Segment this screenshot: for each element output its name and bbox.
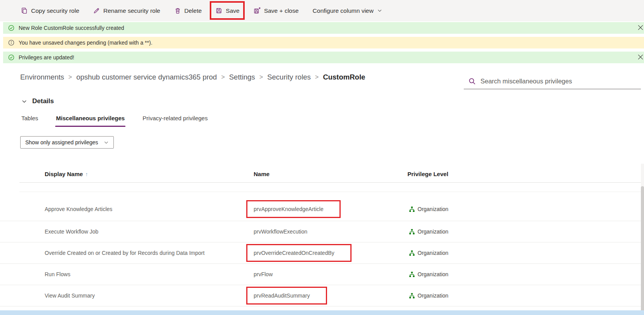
breadcrumb-separator: > [259,74,263,81]
chevron-down-icon [21,99,27,104]
cell-display-name: Approve Knowledge Articles [45,206,112,212]
cell-display-name: Run Flows [45,271,70,277]
cell-display-name: Execute Workflow Job [45,228,98,235]
save-button[interactable]: Save [215,7,240,15]
organization-icon [409,293,415,299]
save-icon [216,7,222,14]
security-role-editor: Copy security role Rename security role … [0,0,644,315]
toolbar-label: Copy security role [31,7,79,14]
privilege-name: prvFlow [254,271,273,277]
table-row[interactable]: Override Created on or Created by for Re… [0,242,644,264]
privilege-level-label: Organization [418,228,448,235]
breadcrumb-environments[interactable]: Environments [20,73,64,81]
copy-icon [21,7,28,14]
organization-icon [409,229,415,235]
privilege-level-label: Organization [418,206,448,212]
organization-icon [409,272,415,277]
privilege-name: prvWorkflowExecution [254,228,307,235]
breadcrumb-security-roles[interactable]: Security roles [267,73,311,81]
pencil-icon [93,7,100,14]
trash-icon [174,7,181,14]
tab-miscellaneous-privileges[interactable]: Miscellaneous privileges [56,115,125,127]
organization-icon [409,250,415,256]
breadcrumb-separator: > [315,74,319,81]
cell-name: prvOverrideCreatedOnCreatedBy [254,250,334,256]
delete-button[interactable]: Delete [174,7,203,15]
cell-privilege-level: Organization [409,228,448,235]
cell-privilege-level: Organization [409,271,448,277]
column-header-name[interactable]: Name [254,171,270,177]
breadcrumb-separator: > [221,74,225,81]
toolbar-label: Rename security role [103,7,160,14]
banner-text: New Role CustomRole successfully created [19,25,124,31]
chevron-down-icon [104,140,109,145]
column-label: Display Name [45,171,83,177]
breadcrumb-separator: > [68,74,72,81]
chevron-down-icon [377,8,382,13]
table-row[interactable]: Execute Workflow Job prvWorkflowExecutio… [0,221,644,242]
search-input[interactable] [480,78,628,85]
success-check-icon [8,54,14,61]
close-icon[interactable] [638,54,643,60]
details-label: Details [32,97,54,105]
save-and-close-button[interactable]: Save + close [253,7,299,15]
banner-text: You have unsaved changes pending (marked… [19,40,152,46]
info-icon [8,40,14,46]
banner-text: Privileges are updated! [19,54,74,61]
cell-name: prvReadAuditSummary [254,292,310,299]
close-icon[interactable] [638,25,643,30]
privilege-name: prvApproveKnowledgeArticle [254,206,324,212]
cell-name: prvWorkflowExecution [254,228,307,235]
cell-name: prvApproveKnowledgeArticle [254,206,324,212]
success-check-icon [8,25,14,31]
privilege-level-label: Organization [418,271,448,277]
table-row[interactable]: Run Flows prvFlow Organization [0,264,644,285]
cell-privilege-level: Organization [409,250,448,256]
cell-name: prvFlow [254,271,273,277]
sort-ascending-icon: ↑ [85,171,88,177]
banner-role-created: New Role CustomRole successfully created [3,22,644,34]
cell-display-name: Override Created on or Created by for Re… [45,250,205,256]
dropdown-value: Show only assigned privileges [25,139,98,145]
cell-display-name: View Audit Summary [45,292,95,299]
rename-security-role-button[interactable]: Rename security role [92,7,161,15]
tab-bar: Tables Miscellaneous privileges Privacy-… [21,115,208,127]
privilege-name: prvOverrideCreatedOnCreatedBy [254,250,334,256]
cell-privilege-level: Organization [409,292,448,299]
search-box [464,74,641,89]
column-header-display-name[interactable]: Display Name↑ [45,171,88,177]
privilege-name: prvReadAuditSummary [254,292,310,299]
breadcrumb-settings[interactable]: Settings [229,73,255,81]
search-icon [468,78,476,85]
tab-tables[interactable]: Tables [21,115,38,127]
header-divider [19,182,641,183]
vertical-scrollbar[interactable] [641,164,644,315]
privilege-level-label: Organization [418,250,448,256]
table-row[interactable]: Approve Knowledge Articles prvApproveKno… [0,192,644,221]
assigned-privileges-filter-dropdown[interactable]: Show only assigned privileges [20,136,114,149]
privilege-level-label: Organization [418,292,448,299]
copy-security-role-button[interactable]: Copy security role [20,7,80,15]
vertical-scrollbar-thumb[interactable] [641,186,644,314]
horizontal-scrollbar[interactable] [0,310,644,315]
banner-privileges-updated: Privileges are updated! [3,52,644,63]
details-toggle[interactable]: Details [21,97,54,105]
tab-label: Miscellaneous privileges [56,115,125,121]
tab-privacy-related-privileges[interactable]: Privacy-related privileges [143,115,208,127]
breadcrumb-environment-name[interactable]: opshub customer service dynamics365 prod [76,73,217,81]
table-row[interactable]: View Audit Summary prvReadAuditSummary O… [0,285,644,306]
tab-label: Tables [21,115,38,121]
save-close-icon [254,7,261,14]
banner-unsaved-changes: You have unsaved changes pending (marked… [3,37,644,48]
column-header-privilege-level[interactable]: Privilege Level [407,171,448,177]
command-bar: Copy security role Rename security role … [0,0,644,21]
table-header: Display Name↑ Name Privilege Level [0,168,644,182]
toolbar-label: Save + close [264,7,299,14]
breadcrumb-current-role: CustomRole [323,73,365,81]
breadcrumb: Environments > opshub customer service d… [20,73,365,81]
toolbar-label: Delete [184,7,202,14]
toolbar-label: Save [226,7,239,14]
configure-column-view-button[interactable]: Configure column view [312,7,383,15]
organization-icon [409,206,415,212]
cell-privilege-level: Organization [409,206,448,212]
